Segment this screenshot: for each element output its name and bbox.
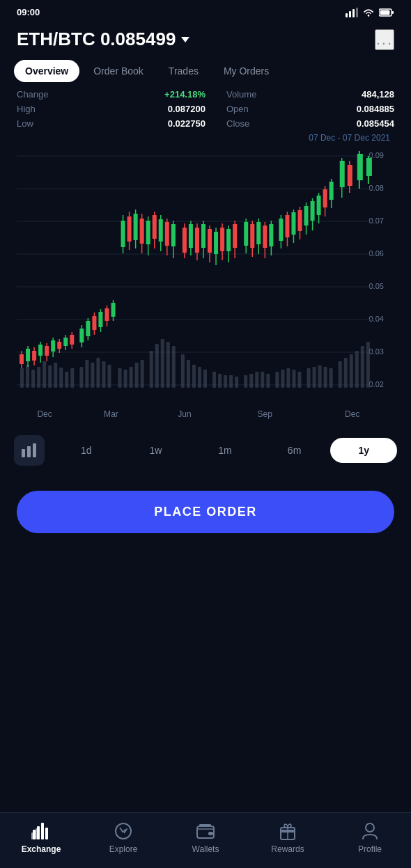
svg-rect-38 [102, 361, 105, 388]
nav-profile[interactable]: Profile [346, 821, 394, 854]
tabs-container: Overview Order Book Trades My Orders [0, 50, 411, 82]
svg-rect-100 [79, 329, 84, 342]
svg-rect-156 [269, 224, 273, 246]
svg-rect-128 [171, 224, 176, 246]
chart-date-range: 07 Dec - 07 Dec 2021 [17, 133, 394, 143]
svg-rect-58 [229, 375, 233, 388]
svg-rect-46 [155, 344, 159, 388]
svg-rect-69 [297, 372, 301, 388]
time-1w-button[interactable]: 1w [123, 438, 189, 463]
rewards-icon [278, 821, 297, 841]
svg-rect-72 [318, 365, 322, 388]
svg-rect-61 [249, 374, 253, 388]
header: ETH/BTC 0.085499 ... [0, 22, 411, 50]
svg-text:0.02: 0.02 [369, 380, 383, 388]
svg-rect-193 [41, 823, 44, 839]
bar-chart-icon [22, 443, 37, 457]
svg-rect-56 [218, 374, 222, 388]
svg-rect-43 [135, 363, 139, 388]
svg-rect-194 [45, 828, 48, 839]
svg-rect-45 [150, 351, 153, 388]
svg-rect-108 [104, 308, 109, 321]
svg-rect-3 [356, 8, 358, 17]
svg-text:Mar: Mar [104, 409, 118, 419]
svg-rect-74 [329, 368, 333, 388]
exchange-label: Exchange [22, 844, 61, 854]
svg-rect-191 [33, 830, 36, 839]
svg-rect-146 [233, 224, 237, 248]
svg-rect-98 [70, 335, 74, 345]
stats-grid: Change +214.18% High 0.087200 Low 0.0227… [0, 82, 411, 129]
svg-rect-192 [37, 826, 40, 839]
tab-orderbook[interactable]: Order Book [82, 60, 155, 82]
svg-rect-52 [192, 365, 196, 388]
svg-rect-40 [118, 368, 122, 388]
stat-low: Low 0.022750 [17, 118, 206, 129]
svg-rect-162 [291, 212, 295, 235]
svg-rect-26 [31, 370, 35, 388]
svg-rect-199 [208, 832, 213, 835]
svg-rect-65 [275, 372, 279, 388]
time-6m-button[interactable]: 6m [261, 438, 328, 463]
svg-rect-39 [107, 365, 111, 388]
nav-exchange[interactable]: Exchange [17, 821, 65, 854]
tab-overview[interactable]: Overview [14, 60, 79, 82]
chart-svg: 0.09 0.08 0.07 0.06 0.05 0.04 0.03 0.02 [17, 145, 394, 424]
svg-rect-148 [244, 222, 248, 246]
nav-wallets[interactable]: Wallets [181, 821, 230, 854]
svg-rect-172 [323, 189, 327, 207]
nav-explore[interactable]: Explore [99, 821, 148, 854]
svg-rect-152 [256, 222, 261, 244]
place-order-button[interactable]: PLACE ORDER [17, 491, 394, 533]
wallets-label: Wallets [192, 844, 219, 854]
svg-rect-92 [51, 340, 55, 352]
svg-rect-154 [263, 226, 267, 248]
svg-rect-120 [146, 221, 150, 244]
time-controls: 1d 1w 1m 6m 1y [0, 424, 411, 477]
explore-icon [114, 821, 133, 841]
svg-rect-76 [344, 358, 348, 388]
pair-title[interactable]: ETH/BTC 0.085499 [17, 29, 189, 50]
svg-rect-25 [26, 365, 29, 388]
svg-rect-24 [20, 368, 24, 388]
svg-rect-51 [187, 360, 190, 388]
time-1m-button[interactable]: 1m [192, 438, 258, 463]
time-1d-button[interactable]: 1d [53, 438, 120, 463]
svg-text:0.08: 0.08 [369, 184, 383, 192]
svg-rect-63 [261, 372, 264, 388]
svg-rect-196 [36, 828, 37, 839]
battery-icon [379, 8, 394, 17]
more-button[interactable]: ... [375, 29, 394, 50]
svg-rect-82 [20, 354, 24, 364]
svg-rect-44 [141, 360, 144, 388]
svg-rect-30 [54, 363, 57, 388]
svg-text:Jun: Jun [178, 409, 191, 419]
svg-rect-78 [355, 351, 359, 388]
svg-rect-50 [181, 354, 185, 388]
svg-rect-60 [244, 375, 247, 388]
svg-rect-189 [27, 446, 31, 457]
svg-point-203 [366, 823, 374, 832]
svg-rect-188 [22, 449, 25, 457]
tab-trades[interactable]: Trades [157, 60, 210, 82]
time-display: 09:00 [17, 7, 40, 17]
svg-rect-34 [79, 367, 83, 388]
svg-rect-2 [352, 9, 355, 17]
svg-rect-36 [91, 363, 94, 388]
svg-rect-68 [292, 370, 295, 388]
chevron-down-icon [181, 37, 189, 42]
svg-rect-42 [130, 367, 133, 388]
nav-rewards[interactable]: Rewards [263, 821, 312, 854]
svg-rect-41 [124, 370, 127, 388]
svg-rect-0 [346, 13, 348, 17]
svg-rect-6 [392, 11, 394, 14]
svg-text:0.07: 0.07 [369, 216, 383, 225]
svg-point-4 [368, 15, 370, 17]
chart-container: 07 Dec - 07 Dec 2021 0.09 0.08 0.07 0.06… [0, 133, 411, 424]
chart-type-button[interactable] [14, 435, 45, 466]
time-1y-button[interactable]: 1y [330, 438, 397, 463]
svg-rect-164 [297, 210, 302, 231]
tab-myorders[interactable]: My Orders [212, 60, 280, 82]
svg-rect-73 [324, 367, 327, 388]
stats-right: Volume 484,128 Open 0.084885 Close 0.085… [206, 89, 394, 129]
